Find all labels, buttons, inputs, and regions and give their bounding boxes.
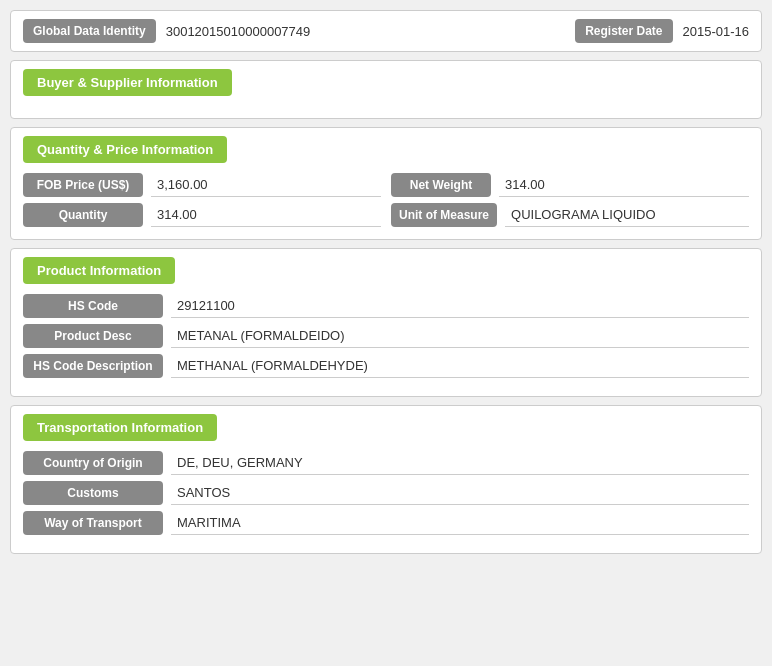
quantity-price-header: Quantity & Price Information: [23, 136, 227, 163]
way-of-transport-label: Way of Transport: [23, 511, 163, 535]
product-desc-label: Product Desc: [23, 324, 163, 348]
hs-code-label: HS Code: [23, 294, 163, 318]
quantity-price-fields: FOB Price (US$) 3,160.00 Quantity 314.00…: [23, 173, 749, 227]
transportation-section: Transportation Information Country of Or…: [10, 405, 762, 554]
quantity-price-right-col: Net Weight 314.00 Unit of Measure QUILOG…: [391, 173, 749, 227]
way-of-transport-value: MARITIMA: [171, 511, 749, 535]
global-data-value: 30012015010000007749: [166, 24, 565, 39]
unit-measure-row: Unit of Measure QUILOGRAMA LIQUIDO: [391, 203, 749, 227]
customs-value: SANTOS: [171, 481, 749, 505]
net-weight-value: 314.00: [499, 173, 749, 197]
quantity-value: 314.00: [151, 203, 381, 227]
product-section: Product Information HS Code 29121100 Pro…: [10, 248, 762, 397]
hs-code-row: HS Code 29121100: [23, 294, 749, 318]
product-desc-value: METANAL (FORMALDEIDO): [171, 324, 749, 348]
quantity-row: Quantity 314.00: [23, 203, 381, 227]
quantity-label: Quantity: [23, 203, 143, 227]
buyer-supplier-header: Buyer & Supplier Information: [23, 69, 232, 96]
global-data-label: Global Data Identity: [23, 19, 156, 43]
country-origin-row: Country of Origin DE, DEU, GERMANY: [23, 451, 749, 475]
register-date-value: 2015-01-16: [683, 24, 750, 39]
quantity-price-left-col: FOB Price (US$) 3,160.00 Quantity 314.00: [23, 173, 381, 227]
quantity-price-section: Quantity & Price Information FOB Price (…: [10, 127, 762, 240]
customs-label: Customs: [23, 481, 163, 505]
identity-bar: Global Data Identity 3001201501000000774…: [10, 10, 762, 52]
product-header: Product Information: [23, 257, 175, 284]
hs-code-desc-row: HS Code Description METHANAL (FORMALDEHY…: [23, 354, 749, 378]
country-origin-value: DE, DEU, GERMANY: [171, 451, 749, 475]
page-container: Global Data Identity 3001201501000000774…: [10, 10, 762, 554]
country-origin-label: Country of Origin: [23, 451, 163, 475]
net-weight-label: Net Weight: [391, 173, 491, 197]
buyer-supplier-section: Buyer & Supplier Information: [10, 60, 762, 119]
hs-code-desc-value: METHANAL (FORMALDEHYDE): [171, 354, 749, 378]
product-desc-row: Product Desc METANAL (FORMALDEIDO): [23, 324, 749, 348]
register-date-label: Register Date: [575, 19, 672, 43]
unit-measure-value: QUILOGRAMA LIQUIDO: [505, 203, 749, 227]
fob-price-label: FOB Price (US$): [23, 173, 143, 197]
fob-price-row: FOB Price (US$) 3,160.00: [23, 173, 381, 197]
way-of-transport-row: Way of Transport MARITIMA: [23, 511, 749, 535]
customs-row: Customs SANTOS: [23, 481, 749, 505]
net-weight-row: Net Weight 314.00: [391, 173, 749, 197]
transportation-header: Transportation Information: [23, 414, 217, 441]
unit-measure-label: Unit of Measure: [391, 203, 497, 227]
hs-code-value: 29121100: [171, 294, 749, 318]
hs-code-desc-label: HS Code Description: [23, 354, 163, 378]
fob-price-value: 3,160.00: [151, 173, 381, 197]
